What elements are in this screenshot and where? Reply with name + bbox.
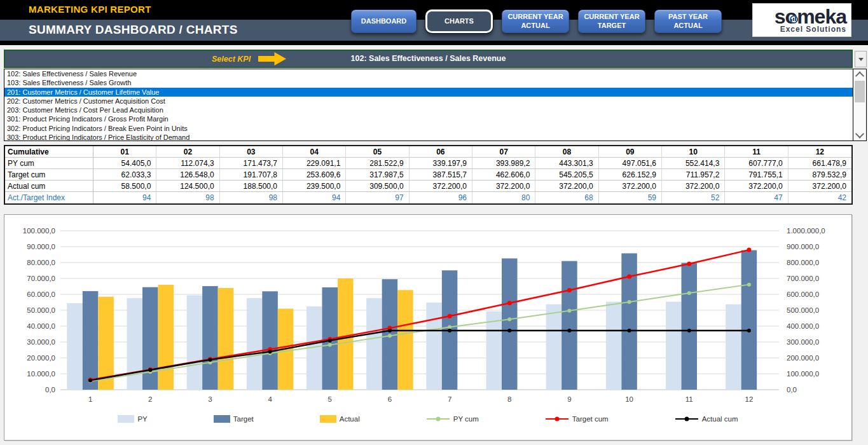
table-value-cell: 47 xyxy=(725,192,788,203)
table-value-cell: 171.473,7 xyxy=(220,158,283,169)
table-value-cell: 112.074,3 xyxy=(156,158,219,169)
table-month-header: 01 xyxy=(93,146,156,158)
kpi-option[interactable]: 102: Sales Effectiveness / Sales Revenue xyxy=(4,69,853,78)
table-value-cell: 54.405,0 xyxy=(93,158,156,169)
chart-legend: PYTargetActualPY cumTarget cumActual cum xyxy=(4,414,851,423)
x-axis-label: 3 xyxy=(208,395,212,403)
table-value-cell: 188.500,0 xyxy=(220,181,283,192)
bar-py xyxy=(726,305,741,390)
scrollbar-thumb[interactable] xyxy=(855,81,865,102)
table-value-cell: 94 xyxy=(93,192,156,203)
legend-item-actual-cum: Actual cum xyxy=(675,414,738,423)
table-value-cell: 281.522,9 xyxy=(346,158,409,169)
legend-swatch xyxy=(320,414,336,423)
nav-button-current-year-target[interactable]: CURRENT YEAR TARGET xyxy=(578,10,645,33)
legend-label: Actual xyxy=(340,415,360,423)
table-value-cell: 94 xyxy=(283,192,346,203)
legend-item-target-cum: Target cum xyxy=(545,414,609,423)
kpi-selector-bar[interactable]: Select KPI 102: Sales Effectiveness / Sa… xyxy=(4,50,853,68)
legend-item-py-cum: PY cum xyxy=(426,414,479,423)
table-value-cell: 96 xyxy=(410,192,472,203)
logo-chart-icon xyxy=(790,15,798,24)
marker-py-cum xyxy=(628,300,631,304)
marker-target-cum xyxy=(567,288,572,292)
x-axis-label: 12 xyxy=(745,395,754,403)
selected-kpi-value: 102: Sales Effectiveness / Sales Revenue xyxy=(5,54,851,63)
table-value-cell: 711.957,2 xyxy=(662,169,725,181)
chart-canvas: 0,00,010.000,0100.000,020.000,0200.000,0… xyxy=(4,215,851,412)
kpi-option[interactable]: 103: Sales Effectiveness / Sales Growth xyxy=(4,78,853,87)
table-month-header: 02 xyxy=(156,146,219,158)
marker-actual-cum xyxy=(567,329,571,332)
bar-target xyxy=(502,259,518,390)
legend-swatch xyxy=(426,414,450,423)
table-value-cell: 462.606,0 xyxy=(472,169,535,181)
table-value-cell: 443.301,3 xyxy=(535,158,598,169)
kpi-option[interactable]: 303: Product Pricing Indicators / Price … xyxy=(4,133,853,140)
marker-actual-cum xyxy=(88,378,92,382)
left-axis-tick: 30.000,0 xyxy=(27,338,55,346)
marker-target-cum xyxy=(687,262,691,266)
x-axis-label: 4 xyxy=(268,395,272,403)
marker-py-cum xyxy=(507,317,511,321)
table-value-cell: 309.500,0 xyxy=(346,181,409,192)
marker-actual-cum xyxy=(747,329,751,332)
right-axis-tick: 700.000,0 xyxy=(787,275,819,282)
list-scrollbar[interactable] xyxy=(853,69,866,140)
legend-label: Target cum xyxy=(572,415,609,423)
bar-target xyxy=(741,250,757,390)
marker-target-cum xyxy=(448,314,452,318)
kpi-option[interactable]: 202: Customer Metrics / Customer Acquisi… xyxy=(4,97,853,106)
kpi-option[interactable]: 201: Customer Metrics / Customer Lifetim… xyxy=(4,88,853,97)
right-axis-tick: 600.000,0 xyxy=(787,291,819,298)
table-value-cell: 339.197,9 xyxy=(410,158,472,169)
table-value-cell: 552.414,3 xyxy=(662,158,725,169)
table-value-cell: 372.200,0 xyxy=(410,181,472,192)
kpi-dropdown-button[interactable] xyxy=(855,51,867,67)
right-axis-tick: 300.000,0 xyxy=(787,338,819,346)
bar-actual xyxy=(158,285,174,390)
x-axis-label: 9 xyxy=(567,395,571,403)
page-subtitle: SUMMARY DASHBOARD / CHARTS xyxy=(29,23,238,37)
cumulative-table: Cumulative010203040506070809101112PY cum… xyxy=(4,145,853,205)
scroll-down-icon[interactable] xyxy=(853,130,866,140)
table-value-cell: 124.500,0 xyxy=(156,181,219,192)
marker-actual-cum xyxy=(268,350,272,353)
legend-label: PY cum xyxy=(453,415,479,423)
table-value-cell: 42 xyxy=(789,192,851,203)
kpi-option[interactable]: 302: Product Pricing Indicators / Break … xyxy=(4,124,853,133)
left-axis-tick: 60.000,0 xyxy=(27,291,55,298)
marker-actual-cum xyxy=(507,329,511,332)
legend-label: Actual cum xyxy=(702,415,738,423)
bar-py xyxy=(426,303,442,390)
nav-button-dashboard[interactable]: DASHBOARD xyxy=(351,10,417,33)
legend-swatch xyxy=(545,414,569,423)
table-month-header: 12 xyxy=(789,146,851,158)
kpi-option-list: 102: Sales Effectiveness / Sales Revenue… xyxy=(4,69,867,141)
marker-actual-cum xyxy=(628,329,631,332)
marker-py-cum xyxy=(388,334,392,338)
table-value-cell: 80 xyxy=(472,192,535,203)
bar-py xyxy=(486,312,502,390)
chevron-down-icon xyxy=(858,58,864,61)
kpi-option[interactable]: 301: Product Pricing Indicators / Gross … xyxy=(4,114,853,123)
scroll-up-icon[interactable] xyxy=(853,70,866,80)
bar-py xyxy=(366,298,382,390)
table-value-cell: 387.515,7 xyxy=(410,169,472,181)
right-axis-tick: 900.000,0 xyxy=(787,243,819,250)
page-title: MARKETING KPI REPORT xyxy=(29,4,151,15)
left-axis-tick: 10.000,0 xyxy=(27,370,55,378)
x-axis-label: 5 xyxy=(328,395,332,403)
table-value-cell: 791.755,1 xyxy=(725,169,788,181)
marker-py-cum xyxy=(567,309,571,313)
x-axis-label: 7 xyxy=(448,395,451,403)
bar-target xyxy=(262,291,278,390)
left-axis-tick: 40.000,0 xyxy=(27,322,55,330)
bar-actual xyxy=(338,278,354,390)
nav-button-charts[interactable]: CHARTS xyxy=(425,10,493,33)
nav-button-past-year-actual[interactable]: PAST YEAR ACTUAL xyxy=(654,10,722,33)
nav-button-current-year-actual[interactable]: CURRENT YEAR ACTUAL xyxy=(502,10,569,33)
table-value-cell: 497.051,6 xyxy=(599,158,662,169)
kpi-option[interactable]: 203: Customer Metrics / Cost Per Lead Ac… xyxy=(4,106,853,114)
left-axis-tick: 50.000,0 xyxy=(27,306,55,314)
